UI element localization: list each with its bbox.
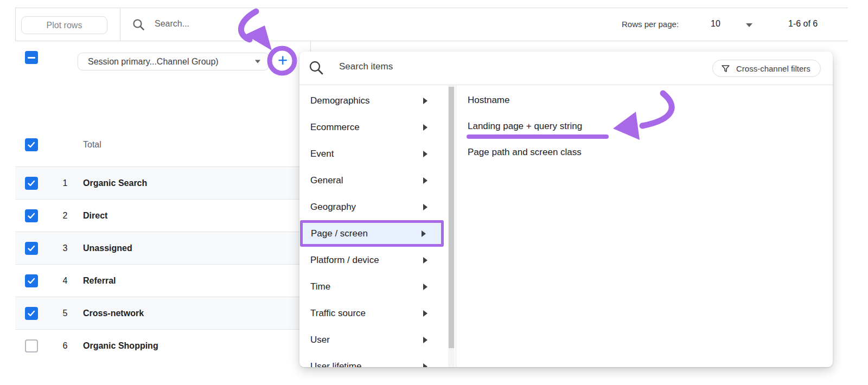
table-body: Total 1 Organic Search 2 Direct 3 Unassi… [15, 123, 304, 362]
check-icon [27, 276, 36, 286]
add-dimension-button[interactable]: + [275, 53, 291, 70]
chevron-right-icon [423, 151, 427, 157]
dimension-hostname[interactable]: Hostname [456, 87, 833, 113]
pagination-label: 1-6 of 6 [788, 19, 818, 29]
total-row-checkbox[interactable] [25, 138, 38, 151]
row-checkbox[interactable] [25, 242, 38, 255]
table-row: 4 Referral [15, 264, 304, 297]
category-general[interactable]: General [299, 167, 448, 194]
category-demographics[interactable]: Demographics [299, 87, 448, 114]
cross-channel-filters-button[interactable]: Cross-channel filters [712, 60, 821, 77]
select-all-checkbox[interactable] [25, 51, 38, 64]
table-row: 5 Cross-network [15, 297, 304, 329]
table-toolbar: Plot rows Search... Rows per page: 10 1-… [15, 8, 848, 41]
category-platform-device[interactable]: Platform / device [299, 247, 448, 273]
chevron-right-icon [423, 284, 427, 290]
chevron-right-icon [423, 124, 427, 131]
picker-search-input[interactable]: Search items [339, 61, 393, 72]
row-number: 5 [54, 309, 76, 318]
total-label: Total [83, 140, 101, 150]
ga4-report-screen: Plot rows Search... Rows per page: 10 1-… [0, 0, 868, 385]
check-icon [27, 243, 36, 253]
row-label: Referral [83, 276, 116, 286]
row-number: 4 [54, 276, 76, 286]
check-icon [27, 178, 36, 188]
dimension-picker-panel: Search items Cross-channel filters Demog… [299, 52, 833, 367]
row-checkbox[interactable] [25, 209, 38, 222]
table-row-total: Total [15, 123, 304, 166]
dimension-selector-label: Session primary...Channel Group) [88, 57, 254, 67]
dimension-page-path-screen-class[interactable]: Page path and screen class [456, 139, 833, 165]
dimension-selector-dropdown[interactable]: Session primary...Channel Group) [78, 53, 269, 70]
row-number: 1 [54, 178, 76, 188]
chevron-right-icon [423, 204, 427, 210]
row-checkbox-unchecked[interactable] [25, 339, 38, 352]
plot-rows-button[interactable]: Plot rows [21, 16, 107, 34]
chevron-right-icon [423, 177, 427, 184]
table-row: 3 Unassigned [15, 232, 304, 264]
indeterminate-mark [28, 57, 35, 59]
toolbar-divider [120, 8, 120, 41]
category-event[interactable]: Event [299, 140, 448, 167]
row-number: 2 [54, 211, 76, 221]
rows-per-page-chevron-down-icon[interactable] [746, 23, 752, 27]
search-icon [308, 60, 324, 76]
row-checkbox[interactable] [25, 307, 38, 320]
cross-channel-filters-label: Cross-channel filters [736, 64, 810, 73]
chevron-right-icon [423, 337, 427, 343]
category-user-lifetime[interactable]: User lifetime [299, 353, 448, 367]
row-checkbox[interactable] [25, 274, 38, 287]
table-row: 2 Direct [15, 199, 304, 232]
column-divider [310, 41, 311, 53]
filter-icon [720, 63, 731, 74]
row-label: Cross-network [83, 309, 144, 318]
chevron-right-icon [423, 257, 427, 264]
row-label: Organic Search [83, 178, 147, 188]
check-icon [27, 140, 36, 150]
check-icon [27, 309, 36, 318]
annotation-underline [467, 134, 609, 139]
dimension-submenu: Hostname Landing page + query string Pag… [456, 87, 833, 165]
row-label: Organic Shopping [83, 341, 158, 351]
row-number: 6 [54, 341, 76, 351]
category-page-screen[interactable]: Page / screen [300, 220, 444, 247]
category-user[interactable]: User [299, 326, 448, 353]
category-geography[interactable]: Geography [299, 194, 448, 220]
category-ecommerce[interactable]: Ecommerce [299, 114, 448, 140]
row-label: Direct [83, 211, 107, 221]
search-icon [132, 18, 145, 31]
category-traffic-source[interactable]: Traffic source [299, 300, 448, 326]
table-row: 1 Organic Search [15, 166, 304, 199]
chevron-right-icon [423, 363, 427, 368]
menu-scrollbar[interactable] [448, 85, 455, 367]
table-row: 6 Organic Shopping [15, 329, 304, 362]
chevron-right-icon [423, 98, 427, 104]
category-menu: Demographics Ecommerce Event General Geo… [299, 87, 448, 367]
rows-per-page-value[interactable]: 10 [711, 19, 720, 29]
row-label: Unassigned [83, 243, 132, 253]
menu-scrollbar-thumb[interactable] [449, 87, 454, 348]
chevron-down-icon [255, 60, 260, 63]
row-number: 3 [54, 243, 76, 253]
table-search-input[interactable]: Search... [155, 19, 189, 29]
row-checkbox[interactable] [25, 177, 38, 190]
category-time[interactable]: Time [299, 273, 448, 300]
chevron-right-icon [423, 310, 427, 317]
rows-per-page-label: Rows per page: [622, 20, 679, 29]
check-icon [27, 211, 36, 221]
chevron-right-icon [422, 230, 426, 237]
picker-search-bar: Search items Cross-channel filters [299, 52, 833, 85]
